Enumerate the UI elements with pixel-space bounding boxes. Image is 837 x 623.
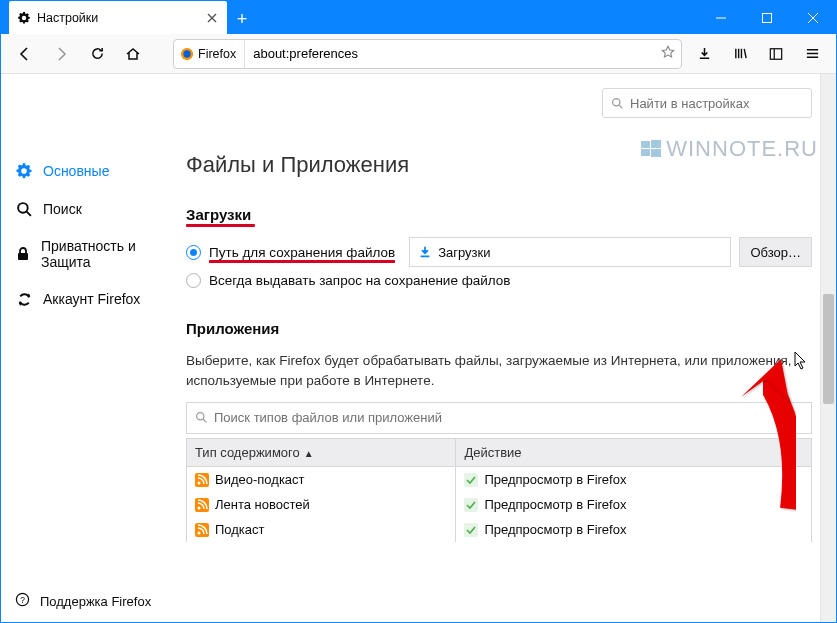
sidebar-item-label: Основные [43,163,109,179]
toolbar: Firefox [1,34,836,74]
download-arrow-icon [418,245,432,259]
apps-search[interactable]: Поиск типов файлов или приложений [186,402,812,434]
feed-icon [195,523,209,537]
apps-heading: Приложения [186,320,279,337]
search-icon [611,97,624,110]
url-input[interactable] [251,45,655,62]
svg-text:?: ? [20,595,25,605]
support-label: Поддержка Firefox [40,594,151,609]
svg-point-2 [183,50,190,57]
feed-icon [195,473,209,487]
downloads-icon[interactable] [688,38,720,70]
new-tab-button[interactable]: + [227,4,257,34]
svg-rect-3 [770,48,781,59]
sort-asc-icon: ▲ [304,448,314,459]
window-close-button[interactable] [790,1,836,34]
preview-icon [464,523,478,537]
save-to-label: Путь для сохранения файлов [209,245,395,260]
search-icon [15,200,33,218]
preview-icon [464,498,478,512]
sidebar-toggle-icon[interactable] [760,38,792,70]
identity-box[interactable]: Firefox [180,40,245,68]
col-action[interactable]: Действие [456,438,812,466]
svg-rect-7 [18,253,28,260]
preferences-search[interactable]: Найти в настройках [602,88,812,118]
download-folder-field[interactable]: Загрузки [409,237,731,267]
sidebar-item-label: Аккаунт Firefox [43,291,140,307]
svg-point-22 [198,531,201,534]
back-button[interactable] [9,38,41,70]
svg-rect-17 [464,473,478,487]
home-button[interactable] [117,38,149,70]
sidebar: Основные Поиск Приватность и Защита Акка… [1,74,176,622]
sidebar-item-label: Поиск [43,201,82,217]
svg-line-14 [203,419,206,422]
sync-icon [15,290,33,308]
window-minimize-button[interactable] [698,1,744,34]
svg-point-10 [613,98,620,105]
always-ask-radio[interactable] [186,273,201,288]
downloads-heading: Загрузки [186,206,251,223]
svg-line-11 [619,105,622,108]
close-tab-icon[interactable] [205,11,219,25]
page-heading: Файлы и Приложения [186,152,812,178]
svg-point-19 [198,506,201,509]
always-ask-label: Всегда выдавать запрос на сохранение фай… [209,273,511,288]
scrollbar-thumb[interactable] [823,294,834,404]
preview-icon [464,473,478,487]
svg-point-13 [197,413,204,420]
reload-button[interactable] [81,38,113,70]
sidebar-item-general[interactable]: Основные [1,152,176,190]
sidebar-support[interactable]: ? Поддержка Firefox [1,580,176,622]
svg-rect-12 [421,256,430,258]
table-row[interactable]: Подкаст Предпросмотр в Firefox [187,517,812,542]
lock-icon [15,245,31,263]
svg-line-6 [26,211,30,215]
sidebar-item-search[interactable]: Поиск [1,190,176,228]
library-icon[interactable] [724,38,756,70]
bookmark-star-icon[interactable] [661,45,675,62]
apps-search-placeholder: Поиск типов файлов или приложений [214,410,442,425]
table-row[interactable]: Лента новостей Предпросмотр в Firefox [187,492,812,517]
gear-icon [15,162,33,180]
scrollbar[interactable] [820,74,836,622]
menu-button[interactable] [796,38,828,70]
browser-tab[interactable]: Настройки [9,1,227,34]
sidebar-item-privacy[interactable]: Приватность и Защита [1,228,176,280]
svg-rect-20 [464,498,478,512]
window-maximize-button[interactable] [744,1,790,34]
forward-button[interactable] [45,38,77,70]
search-placeholder: Найти в настройках [630,96,750,111]
table-row[interactable]: Видео-подкаст Предпросмотр в Firefox [187,466,812,492]
apps-description: Выберите, как Firefox будет обрабатывать… [186,351,812,392]
search-icon [195,411,208,424]
sidebar-item-label: Приватность и Защита [41,238,162,270]
identity-label: Firefox [198,47,236,61]
feed-icon [195,498,209,512]
tab-title: Настройки [37,11,199,25]
titlebar: Настройки + [1,1,836,34]
svg-point-5 [18,203,28,213]
gear-icon [17,11,31,25]
apps-table: Тип содержимого▲ Действие Видео-подкаст … [186,438,812,542]
sidebar-item-sync[interactable]: Аккаунт Firefox [1,280,176,318]
download-folder-name: Загрузки [438,245,490,260]
firefox-icon [180,47,194,61]
browse-button[interactable]: Обзор… [739,237,812,267]
svg-rect-23 [464,523,478,537]
main-panel: Найти в настройках Файлы и Приложения За… [176,74,836,622]
save-to-radio[interactable] [186,245,201,260]
svg-point-16 [198,481,201,484]
svg-rect-0 [763,13,772,22]
col-content-type[interactable]: Тип содержимого▲ [187,438,456,466]
url-bar[interactable]: Firefox [173,39,682,69]
question-icon: ? [15,592,30,610]
